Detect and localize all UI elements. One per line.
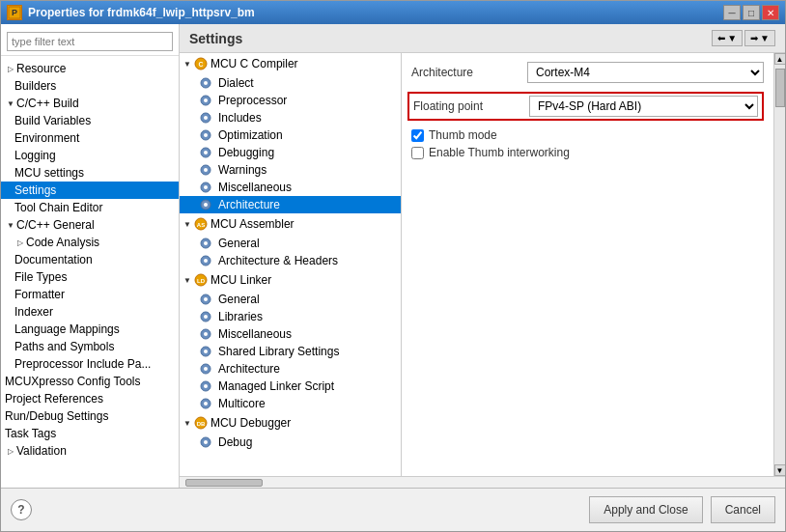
back-arrow: ▼ bbox=[727, 33, 737, 43]
sidebar-item-label: Tool Chain Editor bbox=[14, 201, 102, 214]
sidebar-item-builders[interactable]: Builders bbox=[1, 77, 179, 95]
settings-icon bbox=[199, 163, 212, 177]
settings-icon bbox=[199, 397, 212, 410]
sidebar-item-resource[interactable]: ▷ Resource bbox=[1, 60, 179, 77]
settings-icon bbox=[199, 345, 212, 358]
window-icon: P bbox=[7, 5, 22, 20]
thumb-interworking-checkbox[interactable] bbox=[411, 147, 424, 159]
back-button[interactable]: ⬅ ▼ bbox=[712, 30, 743, 46]
right-panel: Settings ⬅ ▼ ➡ ▼ ▼ bbox=[180, 24, 785, 488]
sidebar-item-run-debug[interactable]: Run/Debug Settings bbox=[1, 407, 179, 425]
sidebar-item-preprocessor-include[interactable]: Preprocessor Include Pa... bbox=[1, 355, 179, 373]
settings-icon bbox=[199, 111, 212, 125]
thumb-mode-checkbox[interactable] bbox=[411, 129, 424, 142]
sidebar-item-cpp-build[interactable]: ▼ C/C++ Build bbox=[1, 95, 179, 112]
tree-item-linker-misc[interactable]: Miscellaneous bbox=[180, 325, 401, 343]
cancel-button[interactable]: Cancel bbox=[711, 496, 775, 523]
sidebar-item-label: Settings bbox=[14, 183, 56, 197]
tree-item-asm-general[interactable]: General bbox=[180, 235, 401, 252]
expand-arrow: ▷ bbox=[14, 237, 26, 248]
tree-item-miscellaneous[interactable]: Miscellaneous bbox=[180, 179, 401, 196]
svg-point-17 bbox=[204, 185, 208, 189]
sidebar-item-label: MCU settings bbox=[14, 166, 84, 180]
sidebar-item-validation[interactable]: ▷ Validation bbox=[1, 442, 179, 460]
tree-item-multicore[interactable]: Multicore bbox=[180, 395, 401, 412]
sidebar-item-task-tags[interactable]: Task Tags bbox=[1, 425, 179, 442]
title-bar: P Properties for frdmk64f_lwip_httpsrv_b… bbox=[1, 1, 785, 24]
sidebar-item-cpp-general[interactable]: ▼ C/C++ General bbox=[1, 216, 179, 234]
sidebar: ▷ Resource Builders ▼ C/C++ Build Build … bbox=[1, 24, 180, 488]
section-mcu-assembler[interactable]: ▼ AS MCU Assembler bbox=[180, 213, 401, 235]
tree-item-optimization[interactable]: Optimization bbox=[180, 126, 401, 144]
section-mcu-debugger[interactable]: ▼ DB MCU Debugger bbox=[180, 412, 401, 434]
tree-item-linker-arch[interactable]: Architecture bbox=[180, 360, 401, 378]
section-mcu-linker[interactable]: ▼ LD MCU Linker bbox=[180, 269, 401, 291]
scroll-down-button[interactable]: ▼ bbox=[774, 464, 786, 476]
forward-arrow: ▼ bbox=[760, 33, 770, 43]
h-scroll-thumb[interactable] bbox=[185, 479, 263, 487]
sidebar-item-label: C/C++ General bbox=[16, 218, 95, 232]
maximize-button[interactable]: □ bbox=[743, 5, 760, 20]
scroll-up-button[interactable]: ▲ bbox=[774, 53, 786, 65]
tree-item-managed-linker[interactable]: Managed Linker Script bbox=[180, 378, 401, 395]
sidebar-item-language-mappings[interactable]: Language Mappings bbox=[1, 321, 179, 338]
help-button[interactable]: ? bbox=[11, 499, 32, 520]
sidebar-item-label: Paths and Symbols bbox=[14, 340, 114, 353]
sidebar-item-documentation[interactable]: Documentation bbox=[1, 251, 179, 268]
tree-item-label: General bbox=[218, 237, 260, 250]
tree-item-arch-headers[interactable]: Architecture & Headers bbox=[180, 252, 401, 269]
tree-item-libraries[interactable]: Libraries bbox=[180, 308, 401, 325]
thumb-interworking-row: Enable Thumb interworking bbox=[411, 146, 764, 159]
scroll-thumb[interactable] bbox=[775, 69, 785, 107]
tree-item-label: Debug bbox=[218, 435, 252, 449]
architecture-select[interactable]: Cortex-M4 Cortex-M0 Cortex-M0+ Cortex-M3… bbox=[527, 62, 764, 83]
sidebar-item-label: Validation bbox=[16, 444, 67, 458]
main-window: P Properties for frdmk64f_lwip_httpsrv_b… bbox=[0, 0, 786, 532]
panel-title: Settings bbox=[189, 31, 242, 46]
settings-icon bbox=[199, 293, 212, 306]
tree-item-debugging[interactable]: Debugging bbox=[180, 144, 401, 161]
settings-icon bbox=[199, 327, 212, 341]
settings-icon bbox=[199, 76, 212, 90]
sidebar-item-settings[interactable]: Settings bbox=[1, 182, 179, 199]
svg-point-31 bbox=[204, 315, 208, 319]
architecture-label: Architecture bbox=[411, 66, 527, 79]
sidebar-item-build-variables[interactable]: Build Variables bbox=[1, 112, 179, 129]
sidebar-item-paths-and-symbols[interactable]: Paths and Symbols bbox=[1, 338, 179, 355]
tree-item-dialect[interactable]: Dialect bbox=[180, 74, 401, 92]
tree-item-label: Managed Linker Script bbox=[218, 379, 334, 393]
sidebar-item-code-analysis[interactable]: ▷ Code Analysis bbox=[1, 234, 179, 251]
sidebar-item-file-types[interactable]: File Types bbox=[1, 268, 179, 286]
forward-button[interactable]: ➡ ▼ bbox=[744, 30, 775, 46]
floating-point-row: Floating point FPv4-SP (Hard ABI) None F… bbox=[407, 92, 764, 121]
sidebar-item-project-references[interactable]: Project References bbox=[1, 390, 179, 407]
tree-item-preprocessor[interactable]: Preprocessor bbox=[180, 92, 401, 109]
sidebar-item-mcu-settings[interactable]: MCU settings bbox=[1, 164, 179, 182]
minimize-button[interactable]: ─ bbox=[723, 5, 741, 20]
tree-item-linker-general[interactable]: General bbox=[180, 291, 401, 308]
sidebar-item-label: Task Tags bbox=[5, 427, 56, 440]
sidebar-item-logging[interactable]: Logging bbox=[1, 147, 179, 164]
tree-item-label: Shared Library Settings bbox=[218, 345, 339, 358]
tree-item-architecture[interactable]: Architecture bbox=[180, 196, 401, 213]
sidebar-item-mcuxpresso[interactable]: MCUXpresso Config Tools bbox=[1, 373, 179, 390]
sidebar-item-label: File Types bbox=[14, 270, 67, 284]
sidebar-item-tool-chain-editor[interactable]: Tool Chain Editor bbox=[1, 199, 179, 216]
filter-input[interactable] bbox=[7, 32, 173, 51]
sidebar-item-environment[interactable]: Environment bbox=[1, 129, 179, 147]
section-mcu-c-compiler[interactable]: ▼ C MCU C Compiler bbox=[180, 53, 401, 74]
floating-point-select[interactable]: FPv4-SP (Hard ABI) None FPv4-SP (Soft AB… bbox=[529, 96, 758, 117]
tree-item-label: Debugging bbox=[218, 146, 274, 159]
settings-icon bbox=[199, 362, 212, 376]
close-button[interactable]: ✕ bbox=[762, 5, 779, 20]
tree-item-includes[interactable]: Includes bbox=[180, 109, 401, 126]
tree-item-debug[interactable]: Debug bbox=[180, 434, 401, 451]
sidebar-item-label: Formatter bbox=[14, 288, 65, 301]
apply-close-button[interactable]: Apply and Close bbox=[589, 496, 702, 523]
sidebar-item-formatter[interactable]: Formatter bbox=[1, 286, 179, 303]
tree-item-warnings[interactable]: Warnings bbox=[180, 161, 401, 179]
svg-point-35 bbox=[204, 350, 208, 353]
tree-item-shared-library[interactable]: Shared Library Settings bbox=[180, 343, 401, 360]
debugger-icon: DB bbox=[193, 415, 209, 431]
sidebar-item-indexer[interactable]: Indexer bbox=[1, 303, 179, 321]
